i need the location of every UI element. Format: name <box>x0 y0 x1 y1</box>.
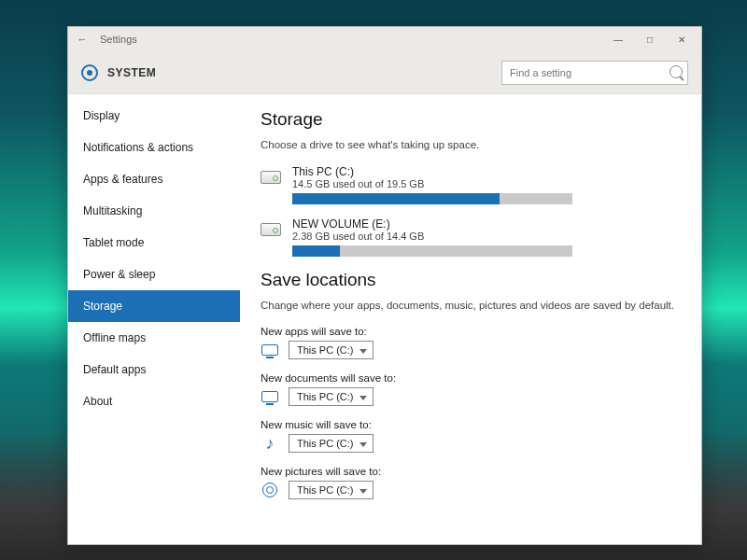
sidebar-item-notifications-actions[interactable]: Notifications & actions <box>68 132 240 163</box>
save-location-row: This PC (C:) <box>261 387 681 406</box>
save-location-dropdown[interactable]: This PC (C:) <box>289 481 374 499</box>
body: DisplayNotifications & actionsApps & fea… <box>68 94 701 544</box>
save-location-item: New music will save to:♪This PC (C:) <box>261 419 681 453</box>
sidebar-item-multitasking[interactable]: Multitasking <box>68 195 240 227</box>
save-location-item: New documents will save to:This PC (C:) <box>261 372 681 406</box>
drive-body: NEW VOLUME (E:)2.38 GB used out of 14.4 … <box>292 217 681 257</box>
sidebar-item-apps-features[interactable]: Apps & features <box>68 163 240 195</box>
drive-row[interactable]: This PC (C:)14.5 GB used out of 19.5 GB <box>261 165 681 204</box>
window-controls: ― □ ✕ <box>602 35 698 45</box>
close-button[interactable]: ✕ <box>666 35 698 45</box>
gear-icon <box>81 64 98 81</box>
maximize-button[interactable]: □ <box>634 35 666 45</box>
sidebar: DisplayNotifications & actionsApps & fea… <box>68 94 240 544</box>
titlebar: ← Settings ― □ ✕ <box>68 27 701 51</box>
section-title: SYSTEM <box>107 66 156 79</box>
window-title: Settings <box>100 34 137 45</box>
drive-list: This PC (C:)14.5 GB used out of 19.5 GBN… <box>261 165 681 257</box>
save-location-item: New pictures will save to:This PC (C:) <box>261 466 681 499</box>
save-location-label: New music will save to: <box>261 419 681 430</box>
search-container <box>501 61 688 85</box>
hard-drive-icon <box>261 167 283 189</box>
monitor-icon <box>261 391 278 402</box>
main-panel: Storage Choose a drive to see what's tak… <box>240 94 701 544</box>
camera-icon <box>262 483 277 497</box>
save-location-dropdown[interactable]: This PC (C:) <box>289 387 374 406</box>
save-location-label: New documents will save to: <box>261 372 681 384</box>
save-location-row: ♪This PC (C:) <box>261 434 681 453</box>
save-location-dropdown[interactable]: This PC (C:) <box>289 434 374 453</box>
save-location-item: New apps will save to:This PC (C:) <box>261 326 681 359</box>
drive-usage-bar <box>292 245 572 257</box>
drive-usage-text: 14.5 GB used out of 19.5 GB <box>292 178 681 189</box>
drive-body: This PC (C:)14.5 GB used out of 19.5 GB <box>292 165 681 204</box>
save-location-row: This PC (C:) <box>261 341 681 359</box>
search-input[interactable] <box>501 61 688 85</box>
minimize-button[interactable]: ― <box>602 35 634 45</box>
drive-row[interactable]: NEW VOLUME (E:)2.38 GB used out of 14.4 … <box>261 217 681 257</box>
settings-window: ← Settings ― □ ✕ SYSTEM DisplayNotificat… <box>67 26 702 545</box>
save-location-row: This PC (C:) <box>261 481 681 499</box>
hard-drive-icon <box>261 219 283 242</box>
storage-description: Choose a drive to see what's taking up s… <box>261 139 681 150</box>
save-location-label: New apps will save to: <box>261 326 681 337</box>
sidebar-item-display[interactable]: Display <box>68 100 240 132</box>
sidebar-item-tablet-mode[interactable]: Tablet mode <box>68 227 240 259</box>
sidebar-item-about[interactable]: About <box>68 385 240 417</box>
sidebar-item-storage[interactable]: Storage <box>68 290 240 322</box>
save-location-dropdown[interactable]: This PC (C:) <box>289 341 374 359</box>
storage-heading: Storage <box>261 109 681 130</box>
drive-name: This PC (C:) <box>292 165 681 178</box>
save-locations-heading: Save locations <box>261 270 681 290</box>
search-icon <box>669 65 683 78</box>
back-button[interactable]: ← <box>72 34 92 45</box>
header: SYSTEM <box>68 51 701 94</box>
drive-usage-bar <box>292 193 572 204</box>
save-location-label: New pictures will save to: <box>261 466 681 477</box>
music-icon: ♪ <box>266 435 275 452</box>
drive-usage-text: 2.38 GB used out of 14.4 GB <box>292 231 681 242</box>
save-locations-list: New apps will save to:This PC (C:)New do… <box>261 326 681 499</box>
monitor-icon <box>261 344 278 356</box>
sidebar-item-offline-maps[interactable]: Offline maps <box>68 322 240 354</box>
sidebar-item-power-sleep[interactable]: Power & sleep <box>68 259 240 290</box>
save-locations-description: Change where your apps, documents, music… <box>261 300 681 311</box>
sidebar-item-default-apps[interactable]: Default apps <box>68 354 240 385</box>
drive-name: NEW VOLUME (E:) <box>292 217 681 231</box>
